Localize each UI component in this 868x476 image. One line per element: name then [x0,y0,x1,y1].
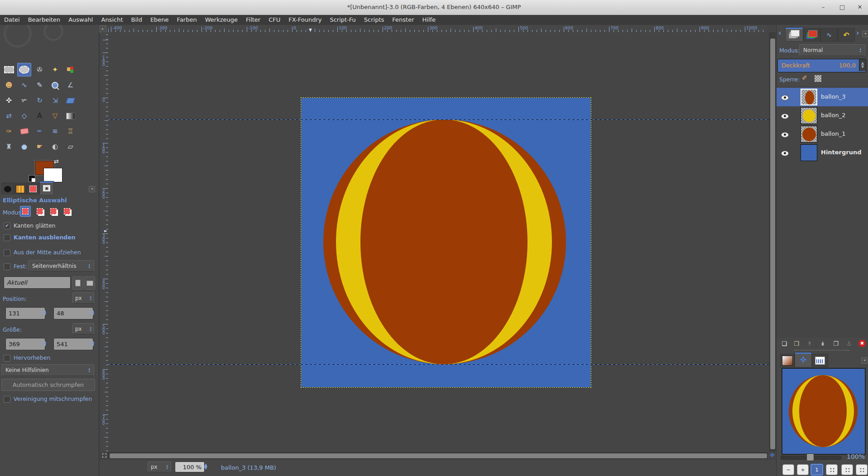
duplicate-layer-button[interactable]: ❐ [830,338,841,348]
highlight-checkbox[interactable] [4,355,10,362]
tab-channels[interactable] [803,28,820,42]
tool-select-by-color[interactable] [63,63,77,76]
swap-colors-icon[interactable]: ⇄ [54,158,59,165]
visibility-eye-icon[interactable] [781,132,789,138]
menu-datei[interactable]: Datei [0,15,24,25]
tool-cage-transform[interactable]: ◇ [17,109,31,123]
delete-layer-button[interactable]: ✖ [857,338,868,348]
tab-navigation[interactable]: ✜ [795,352,812,367]
size-height-input[interactable] [53,338,93,350]
tool-rectangle-select[interactable] [2,63,16,76]
tool-bucket-fill[interactable]: ▽ [48,109,62,123]
tool-zoom[interactable] [48,78,62,92]
guide-horizontal[interactable] [108,364,769,365]
quickmask-toggle-button[interactable] [101,452,108,459]
tab-paths[interactable]: ∿ [820,28,838,42]
tool-move[interactable]: ✜ [2,94,16,107]
tab-tool-options[interactable]: ▣ [39,181,54,195]
tool-perspective[interactable]: ▱ [63,140,77,153]
lock-alpha-icon[interactable] [815,75,821,82]
new-group-button[interactable]: ❒ [791,338,802,348]
lower-layer-button[interactable]: ↡ [817,338,828,348]
ruler-corner-button[interactable]: ▸ [99,25,106,33]
aspect-ratio-entry[interactable] [4,276,71,289]
dock-divider[interactable] [795,350,849,351]
menu-script-fu[interactable]: Script-Fu [326,15,360,25]
menu-fx-foundry[interactable]: FX-Foundry [284,15,326,25]
tool-ellipse-select[interactable] [17,63,31,76]
portrait-button[interactable] [72,276,83,290]
tabs-scroll-right-icon[interactable]: › [856,29,859,37]
tool-color-picker[interactable]: ✎ [33,78,47,92]
mode-replace-button[interactable] [20,206,31,217]
tool-crop[interactable]: ✃ [17,94,31,107]
maximize-button[interactable]: □ [836,3,848,12]
opacity-slider[interactable]: Deckkraft 100,0 ▲▼ [777,59,866,72]
fixed-dropdown[interactable]: Seitenverhältnis ▴▾ [28,260,94,271]
tab-brushes[interactable] [1,183,14,195]
expand-from-center-checkbox[interactable] [4,249,10,256]
tool-rotate[interactable]: ↻ [33,94,47,107]
tabs-scroll-left-icon[interactable]: ‹ [778,29,782,37]
tool-smudge[interactable]: ☛ [33,140,47,153]
horizontal-scrollbar-thumb[interactable] [109,453,767,459]
guide-horizontal[interactable] [108,119,769,120]
zoom-entry[interactable] [175,462,205,472]
dock-menu-button[interactable]: ◂ [89,186,95,192]
zoom-in-button[interactable]: + [797,464,809,475]
tool-fuzzy-select[interactable]: ✦ [48,63,62,76]
fixed-checkbox[interactable] [4,263,10,270]
zoom-fit-image-button[interactable] [826,464,838,475]
autoshrink-button[interactable]: Automatisch schrumpfen [1,379,95,391]
size-unit-dropdown[interactable]: px ▴▾ [72,323,94,334]
feather-checkbox[interactable] [4,234,10,241]
zoom-one-to-one-button[interactable]: 1 [810,463,824,476]
tool-foreground-select[interactable]: ☻ [2,78,16,92]
tool-ink[interactable]: ✒ [33,124,47,138]
lock-paint-icon[interactable]: ✐ [802,74,807,81]
tool-gradient[interactable] [63,109,77,123]
layer-thumbnail[interactable] [801,144,817,161]
menu-auswahl[interactable]: Auswahl [64,15,97,25]
navigation-preview[interactable] [782,368,866,455]
menu-cfu[interactable]: CFU [264,15,284,25]
new-layer-button[interactable]: ❏ [779,338,790,348]
zoom-out-button[interactable]: − [782,464,794,475]
menu-bearbeiten[interactable]: Bearbeiten [24,15,64,25]
tool-measure[interactable]: ∠ [63,78,77,92]
background-color-swatch[interactable] [43,168,62,182]
position-unit-dropdown[interactable]: px ▴▾ [72,292,94,304]
zoom-fill-window-button[interactable] [841,464,853,475]
tab-gradient-editor[interactable] [780,354,795,367]
menu-farben[interactable]: Farben [173,15,201,25]
menu-bild[interactable]: Bild [127,15,146,25]
position-y-input[interactable] [53,307,93,319]
tool-clone[interactable]: ♖ [63,124,77,138]
menu-ansicht[interactable]: Ansicht [97,15,127,25]
tool-scale[interactable]: ⇲ [48,94,62,107]
guides-dropdown[interactable]: Keine Hilfslinien ▴▾ [1,364,94,376]
vertical-scrollbar-thumb[interactable] [770,38,776,450]
antialias-checkbox[interactable]: ✔ [4,223,10,229]
size-width-spinner[interactable]: ▲▼ [43,340,46,347]
default-colors-icon[interactable] [29,175,35,182]
layer-thumbnail[interactable] [801,126,817,143]
landscape-button[interactable] [84,276,95,290]
tab-layers[interactable] [785,27,803,42]
layer-row-ballon_1[interactable]: ballon_1 [777,125,868,143]
layer-thumbnail[interactable] [801,89,817,105]
tool-shear[interactable] [63,94,77,107]
menu-filter[interactable]: Filter [242,15,264,25]
raise-layer-button[interactable]: ↟ [804,338,815,348]
menu-fenster[interactable]: Fenster [388,15,418,25]
mode-add-button[interactable] [34,206,45,217]
minimize-button[interactable]: – [817,3,829,12]
mode-subtract-button[interactable] [48,206,59,217]
menu-werkzeuge[interactable]: Werkzeuge [201,15,242,25]
zoom-shrink-wrap-button[interactable] [856,464,868,475]
visibility-eye-icon[interactable] [781,95,789,100]
visibility-eye-icon[interactable] [781,114,789,119]
tool-perspective-clone[interactable]: ♜ [2,140,16,153]
position-x-input[interactable] [5,307,45,319]
mode-intersect-button[interactable] [62,206,72,217]
